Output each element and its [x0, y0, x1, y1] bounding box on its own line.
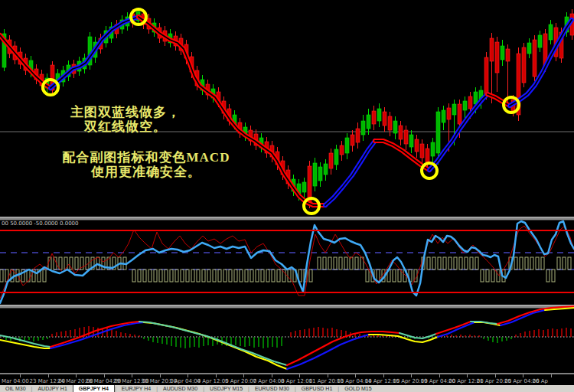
candle-body	[436, 112, 440, 153]
chart-tab-gbpusd-h1[interactable]: GBPUSD H1	[296, 385, 338, 392]
time-axis-tick	[132, 374, 132, 377]
time-axis-tick	[495, 374, 496, 377]
annotation-main-rule: 主图双蓝线做多， 双红线做空。	[44, 105, 207, 134]
candle-body	[313, 163, 317, 186]
annotation-macd-rule: 配合副图指标和变色MACD 使用更准确安全。	[47, 150, 245, 179]
candle-body	[399, 126, 403, 139]
time-axis-tick	[243, 374, 244, 377]
time-axis-tick	[299, 374, 300, 377]
candle-body	[458, 104, 461, 124]
chart-tab-oil-m30[interactable]: OIL M30	[0, 385, 31, 392]
annotation-line-2: 双红线做空。	[44, 119, 207, 134]
chart-tab-audjpy-h1[interactable]: AUDJPY H1	[32, 385, 72, 392]
candle-body	[452, 104, 456, 115]
candle-body	[409, 135, 413, 147]
time-axis-label: 5 Apr 20:00	[225, 378, 256, 384]
candle-body	[404, 130, 408, 144]
chart-tab-gold-m15[interactable]: GOLD M15	[339, 385, 377, 392]
candle-body	[463, 101, 467, 110]
chart-tab-usdjpy-m15[interactable]: USDJPY M15	[204, 385, 248, 392]
mt4-terminal-window: 主图双蓝线做多， 双红线做空。 配合副图指标和变色MACD 使用更准确安全。 0…	[0, 0, 574, 392]
chart-tab-bar: OIL M30|AUDJPY H1GBPJPY H4|EURJPY H4|AUD…	[0, 385, 574, 392]
candle-body	[495, 42, 499, 73]
candle-body	[501, 46, 504, 60]
candle-body	[431, 142, 435, 156]
candle-body	[356, 129, 360, 142]
candle-body	[345, 138, 349, 153]
annotation-line-4: 使用更准确安全。	[47, 165, 245, 179]
time-axis-tick	[355, 374, 356, 377]
annotation-line-1: 主图双蓝线做多，	[44, 105, 207, 119]
candle-body	[533, 40, 536, 77]
candle-body	[468, 96, 472, 109]
time-axis-tick	[216, 374, 217, 377]
time-axis-tick	[411, 374, 412, 377]
candle-body	[506, 49, 510, 61]
time-axis-tick	[104, 374, 105, 377]
time-axis-tick	[328, 374, 328, 377]
candle-body	[415, 139, 419, 152]
candle-body	[484, 57, 488, 94]
time-axis-label: 1 Apr 04:00	[169, 378, 201, 384]
candle-body	[442, 110, 445, 122]
indicator-values-label: 00 50.0000 -50.0000 0.0000	[2, 220, 79, 227]
candle-body	[420, 144, 424, 158]
chart-canvas[interactable]	[0, 0, 574, 392]
candle-body	[329, 153, 333, 168]
annotation-line-3: 配合副图指标和变色MACD	[47, 150, 245, 165]
candle-body	[340, 145, 344, 155]
candle-body	[447, 108, 451, 119]
time-axis-tick	[523, 374, 523, 377]
candle-body	[302, 182, 306, 192]
candle-body	[324, 164, 328, 175]
time-axis-label: Mar 04:00	[2, 378, 29, 384]
candle-body	[361, 121, 365, 135]
time-axis-tick	[439, 374, 440, 377]
candle-body	[383, 112, 386, 126]
candle-body	[393, 121, 397, 133]
candle-body	[490, 38, 494, 61]
chart-tab-gbpjpy-h4[interactable]: GBPJPY H4	[73, 385, 115, 392]
candle-body	[318, 167, 322, 181]
chart-tab-audusd-m30[interactable]: AUDUSD M30	[158, 385, 203, 392]
time-axis-tick	[48, 374, 49, 377]
time-axis-label: 7 Apr 04:00	[253, 378, 285, 384]
candle-body	[426, 149, 429, 162]
candle-body	[549, 24, 553, 40]
candle-body	[372, 111, 376, 124]
candle-body	[334, 149, 338, 165]
candle-body	[527, 43, 531, 54]
candle-body	[388, 116, 392, 130]
time-axis-label: 4 Apr 12:00	[197, 378, 229, 384]
time-axis-label: 8 Apr 12:00	[281, 378, 312, 384]
time-axis-tick	[76, 374, 77, 377]
chart-tab-eurusd-m30[interactable]: EURUSD M30	[249, 385, 295, 392]
time-axis-tick	[188, 374, 188, 377]
time-axis-tick	[467, 374, 468, 377]
time-axis-tick	[20, 374, 21, 377]
candle-body	[351, 135, 354, 145]
time-axis-tick	[160, 374, 161, 377]
time-axis-label: 26 Ap	[533, 378, 548, 384]
time-axis-tick	[272, 374, 272, 377]
time-axis-tick	[551, 374, 552, 377]
time-axis-tick	[383, 374, 384, 377]
chart-tab-eurjpy-h4[interactable]: EURJPY H4	[116, 385, 156, 392]
candle-body	[538, 35, 542, 47]
candle-body	[367, 115, 370, 129]
candle-body	[522, 47, 526, 83]
candle-body	[377, 109, 381, 121]
